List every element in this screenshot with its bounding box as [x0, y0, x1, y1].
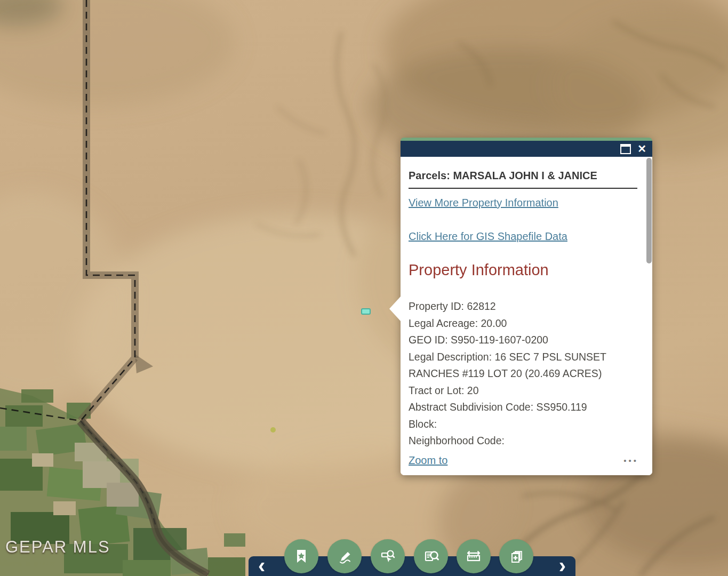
watermark: GEPAR MLS: [5, 538, 110, 557]
detail-abstract-subdivision-code: Abstract Subdivision Code: SS950.119: [409, 399, 637, 416]
select-query-icon: [378, 547, 397, 566]
gis-shapefile-link[interactable]: Click Here for GIS Shapefile Data: [409, 230, 637, 243]
popup-header: ✕: [401, 141, 652, 157]
property-popup: ✕ Parcels: MARSALA JOHN I & JANICE View …: [401, 138, 652, 475]
popup-title: Parcels: MARSALA JOHN I & JANICE: [409, 169, 637, 182]
property-details: Property ID: 62812 Legal Acreage: 20.00 …: [409, 298, 637, 466]
parcel-marker[interactable]: [361, 308, 371, 315]
measure-icon: [464, 547, 483, 566]
maximize-icon[interactable]: [620, 144, 631, 154]
bookmark-icon: [292, 547, 311, 566]
zoom-to-link[interactable]: Zoom to: [409, 454, 447, 467]
view-more-property-link[interactable]: View More Property Information: [409, 196, 637, 209]
draw-button[interactable]: [327, 539, 362, 573]
add-data-button[interactable]: [499, 539, 533, 573]
detail-neighborhood-code: Neighborhood Code:: [409, 433, 637, 450]
bookmarks-button[interactable]: [284, 539, 318, 573]
detail-legal-acreage: Legal Acreage: 20.00: [409, 315, 637, 332]
popup-footer: Zoom to •••: [401, 450, 652, 475]
close-icon[interactable]: ✕: [637, 143, 646, 154]
more-options-button[interactable]: •••: [623, 457, 638, 465]
popup-scrollbar[interactable]: [646, 158, 652, 263]
measure-button[interactable]: [457, 539, 491, 573]
attribute-search-button[interactable]: [414, 539, 448, 573]
add-data-icon: [507, 547, 526, 566]
detail-block: Block:: [409, 416, 637, 433]
title-separator: [409, 188, 637, 189]
popup-body: Parcels: MARSALA JOHN I & JANICE View Mo…: [401, 157, 652, 475]
detail-geo-id: GEO ID: S950-119-1607-0200: [409, 332, 637, 349]
detail-tract-or-lot: Tract or Lot: 20: [409, 382, 637, 399]
detail-legal-description: Legal Description: 16 SEC 7 PSL SUNSET R…: [409, 349, 637, 382]
property-information-heading: Property Information: [409, 261, 637, 279]
attribute-search-icon: [421, 547, 441, 566]
detail-property-id: Property ID: 62812: [409, 298, 637, 315]
select-button[interactable]: [371, 539, 405, 573]
popup-pointer: [389, 297, 401, 321]
pencil-icon: [335, 547, 354, 566]
chevron-left-icon[interactable]: ‹: [258, 556, 265, 574]
chevron-right-icon[interactable]: ›: [559, 556, 566, 574]
